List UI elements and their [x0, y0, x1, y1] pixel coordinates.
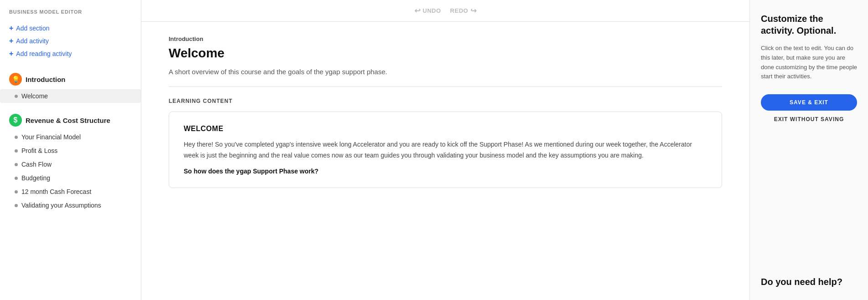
main-content: ↩ UNDO REDO ↪ Introduction Welcome A sho… — [141, 0, 749, 300]
add-section-button[interactable]: + Add section — [9, 22, 132, 35]
sidebar-section-introduction-header[interactable]: 💡 Introduction — [0, 69, 141, 89]
cash-flow-label: Cash Flow — [21, 161, 52, 168]
sidebar-item-cash-forecast[interactable]: 12 month Cash Forecast — [0, 185, 141, 198]
sidebar-item-cash-flow[interactable]: Cash Flow — [0, 158, 141, 171]
profit-loss-label: Profit & Loss — [21, 147, 57, 154]
undo-icon: ↩ — [414, 6, 421, 15]
cash-forecast-label: 12 month Cash Forecast — [21, 188, 91, 195]
content-area: Introduction Welcome A short overview of… — [141, 22, 749, 300]
undo-label: UNDO — [423, 7, 441, 14]
undo-button[interactable]: ↩ UNDO — [414, 6, 441, 15]
content-divider — [169, 86, 722, 87]
introduction-section-label: Introduction — [26, 76, 65, 83]
right-panel: Customize the activity. Optional. Click … — [749, 0, 868, 300]
add-reading-activity-button[interactable]: + Add reading activity — [9, 47, 132, 60]
revenue-icon: $ — [9, 114, 22, 127]
right-panel-title: Customize the activity. Optional. — [761, 13, 857, 36]
plus-icon: + — [9, 24, 13, 32]
dot-icon — [15, 163, 18, 166]
add-reading-activity-label: Add reading activity — [16, 50, 72, 57]
toolbar: ↩ UNDO REDO ↪ — [141, 0, 749, 22]
redo-label: REDO — [450, 7, 468, 14]
sidebar-item-welcome[interactable]: Welcome — [0, 89, 141, 103]
validating-assumptions-label: Validating your Assumptions — [21, 202, 101, 209]
save-exit-button[interactable]: SAVE & EXIT — [761, 94, 857, 111]
welcome-card-subheading: So how does the ygap Support Phase work? — [184, 168, 707, 175]
sidebar-item-financial-model[interactable]: Your Financial Model — [0, 130, 141, 144]
sidebar-item-budgeting[interactable]: Budgeting — [0, 171, 141, 185]
budgeting-label: Budgeting — [21, 174, 50, 182]
welcome-card-title: WELCOME — [184, 125, 707, 133]
page-title: Welcome — [169, 46, 722, 61]
dot-icon — [15, 190, 18, 193]
sidebar-header: BUSINESS MODEL EDITOR — [0, 9, 141, 22]
welcome-card: WELCOME Hey there! So you've completed y… — [169, 112, 722, 188]
sidebar: BUSINESS MODEL EDITOR + Add section + Ad… — [0, 0, 141, 300]
welcome-card-body: Hey there! So you've completed ygap's in… — [184, 139, 707, 161]
right-panel-description: Click on the text to edit. You can do th… — [761, 44, 857, 81]
redo-button[interactable]: REDO ↪ — [450, 6, 476, 15]
sidebar-item-validating-assumptions[interactable]: Validating your Assumptions — [0, 198, 141, 212]
page-description: A short overview of this course and the … — [169, 68, 722, 76]
exit-no-save-button[interactable]: EXIT WITHOUT SAVING — [761, 116, 857, 122]
sidebar-item-profit-loss[interactable]: Profit & Loss — [0, 144, 141, 158]
learning-content-label: LEARNING CONTENT — [169, 98, 722, 104]
redo-icon: ↪ — [470, 6, 477, 15]
sidebar-actions: + Add section + Add activity + Add readi… — [0, 22, 141, 60]
dot-icon — [15, 136, 18, 139]
financial-model-label: Your Financial Model — [21, 133, 81, 141]
welcome-label: Welcome — [21, 92, 48, 100]
help-title: Do you need help? — [761, 277, 857, 287]
sidebar-section-revenue-cost: $ Revenue & Cost Structure Your Financia… — [0, 110, 141, 219]
dot-icon — [15, 149, 18, 153]
dot-icon — [15, 204, 18, 207]
plus-icon: + — [9, 37, 13, 45]
revenue-cost-section-label: Revenue & Cost Structure — [26, 117, 110, 124]
dot-icon — [15, 95, 18, 98]
add-section-label: Add section — [16, 25, 49, 32]
sidebar-section-introduction: 💡 Introduction Welcome — [0, 69, 141, 110]
content-intro-label: Introduction — [169, 36, 722, 42]
sidebar-section-revenue-cost-header[interactable]: $ Revenue & Cost Structure — [0, 110, 141, 130]
introduction-icon: 💡 — [9, 73, 22, 86]
plus-icon: + — [9, 50, 13, 58]
add-activity-button[interactable]: + Add activity — [9, 35, 132, 47]
add-activity-label: Add activity — [16, 37, 49, 45]
dot-icon — [15, 177, 18, 180]
